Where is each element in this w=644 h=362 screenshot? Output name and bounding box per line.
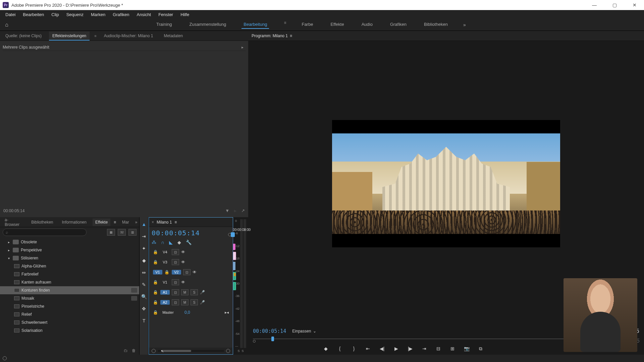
mic-icon[interactable]: 🎤: [200, 300, 205, 305]
workspace-zusammenstellung[interactable]: Zusammenstellung: [187, 20, 228, 29]
lift-button[interactable]: ⊟: [435, 346, 442, 351]
menu-datei[interactable]: Datei: [2, 11, 19, 18]
hand-tool[interactable]: 🔍: [140, 293, 148, 300]
twisty-icon[interactable]: ▾: [8, 256, 13, 260]
mic-icon[interactable]: 🎤: [200, 290, 205, 295]
eye-icon[interactable]: 👁: [181, 280, 185, 285]
mark-in-button[interactable]: {: [336, 346, 343, 351]
browser-tab-effekte[interactable]: Effekte: [93, 219, 110, 226]
razor-tool[interactable]: ◆: [140, 257, 148, 264]
eye-icon[interactable]: 👁: [181, 260, 185, 264]
track-select-tool[interactable]: ⇥: [140, 233, 148, 240]
track-header-a1[interactable]: 🔒 A1 ⊡ M S 🎤: [152, 287, 230, 297]
clip-v2[interactable]: [233, 252, 236, 260]
effects-item-pinselstriche[interactable]: Pinselstriche: [0, 302, 139, 310]
timeline-timecode[interactable]: 00:00:05:14: [152, 229, 230, 238]
settings-icon[interactable]: 🔧: [186, 240, 192, 245]
master-value[interactable]: 0,0: [184, 310, 190, 315]
workspace-effekte[interactable]: Effekte: [328, 20, 346, 29]
workspace-bearbeitung[interactable]: Bearbeitung: [241, 20, 269, 29]
step-back-button[interactable]: ◀|: [378, 346, 386, 351]
type-tool[interactable]: T: [140, 317, 148, 324]
workspace-grafiken[interactable]: Grafiken: [388, 20, 409, 29]
maximize-button[interactable]: ▢: [608, 2, 621, 8]
track-header-v1[interactable]: 🔒 V1 ⊡ 👁: [152, 277, 230, 287]
comparison-view-button[interactable]: ⧉: [477, 346, 484, 352]
effects-item-farbrelief[interactable]: Farbrelief: [0, 270, 139, 278]
program-menu-icon[interactable]: ≡: [290, 34, 292, 38]
linked-selection-icon[interactable]: ∩: [161, 240, 164, 245]
marker-add-icon[interactable]: ◣: [169, 240, 173, 245]
track-header-v2[interactable]: V1 🔒 V2 ⊡ 👁: [152, 267, 230, 277]
twisty-icon[interactable]: ▸: [8, 240, 13, 244]
step-forward-button[interactable]: |▶: [407, 346, 414, 351]
sync-lock-icon[interactable]: ⊡: [172, 259, 179, 265]
audio-clip-a2[interactable]: [233, 282, 236, 290]
lock-icon[interactable]: 🔒: [153, 290, 158, 295]
timeline-menu-icon[interactable]: ≡: [174, 220, 177, 225]
solo-left[interactable]: S: [237, 349, 239, 353]
menu-marken[interactable]: Marken: [88, 11, 109, 18]
marker-icon[interactable]: ◆: [177, 240, 181, 245]
lock-icon[interactable]: 🔒: [153, 310, 158, 315]
effects-item-alpha-glühen[interactable]: Alpha-Glühen: [0, 262, 139, 270]
fx-collapse-icon[interactable]: ▸: [241, 45, 244, 50]
pen-tool[interactable]: ✎: [140, 281, 148, 288]
filter-icon[interactable]: ▼: [225, 208, 229, 213]
sync-lock-icon[interactable]: ⊡: [172, 299, 179, 305]
source-tab-3[interactable]: Metadaten: [160, 32, 186, 40]
timeline-zoom-scrollbar[interactable]: ↖: [149, 348, 233, 354]
track-header-v4[interactable]: 🔒 V4 ⊡ 👁: [152, 247, 230, 257]
menu-hilfe[interactable]: Hilfe: [177, 11, 193, 18]
lock-icon[interactable]: 🔒: [164, 270, 170, 275]
track-header-v3[interactable]: 🔒 V3 ⊡ 👁: [152, 257, 230, 267]
source-tab-1[interactable]: Effekteinstellungen: [49, 32, 90, 40]
workspace-menu-icon[interactable]: ≡: [284, 20, 286, 29]
mute-icon[interactable]: M: [181, 299, 189, 305]
delete-icon[interactable]: 🗑: [132, 348, 136, 353]
slip-tool[interactable]: ⇔: [140, 269, 148, 276]
selection-tool[interactable]: ▲: [140, 221, 148, 228]
solo-right[interactable]: S: [241, 349, 244, 353]
go-to-in-button[interactable]: ⇤: [364, 346, 372, 351]
effects-item-mosaik[interactable]: Mosaik: [0, 294, 139, 302]
new-bin-icon[interactable]: 🗀: [124, 348, 128, 353]
lock-icon[interactable]: 🔒: [153, 300, 158, 305]
track-header-master[interactable]: 🔒 Master 0,0 ▸◂: [152, 307, 230, 317]
fit-dropdown[interactable]: Einpassen ⌄: [292, 329, 316, 334]
extract-button[interactable]: ⊞: [449, 346, 456, 351]
effects-folder-obsolete[interactable]: ▸Obsolete: [0, 238, 139, 246]
clip-milano[interactable]: Milano: [233, 262, 235, 270]
workspace-farbe[interactable]: Farbe: [300, 20, 315, 29]
preset-type-1-icon[interactable]: ▦: [107, 229, 115, 236]
browser-tab-mar[interactable]: Mar: [119, 219, 132, 226]
share-icon[interactable]: ↗: [241, 208, 245, 213]
go-to-out-button[interactable]: ⇥: [421, 346, 428, 351]
effects-search-input[interactable]: ⌕: [3, 229, 87, 236]
workspace-bibliotheken[interactable]: Bibliotheken: [422, 20, 450, 29]
scroll-thumb[interactable]: [161, 350, 191, 352]
effects-item-schwellenwert[interactable]: Schwellenwert: [0, 318, 139, 326]
ripple-edit-tool[interactable]: ✦: [140, 245, 148, 252]
menu-ansicht[interactable]: Ansicht: [133, 11, 154, 18]
playhead[interactable]: [231, 232, 235, 237]
effects-item-kanten-aufrauen[interactable]: Kanten aufrauen: [0, 278, 139, 286]
menu-bearbeiten[interactable]: Bearbeiten: [19, 11, 47, 18]
snap-icon[interactable]: ⁂: [152, 240, 156, 245]
export-frame-button[interactable]: 📷: [463, 346, 470, 351]
sync-lock-icon[interactable]: ⊡: [172, 249, 179, 255]
browser-overflow-icon[interactable]: »: [135, 220, 138, 225]
effects-item-konturen-finden[interactable]: Konturen finden: [0, 286, 139, 294]
timeline-close-icon[interactable]: ×: [152, 220, 154, 225]
step-icon[interactable]: ▹: [234, 208, 236, 213]
effects-item-solarisation[interactable]: Solarisation: [0, 326, 139, 335]
effects-folder-stilisieren[interactable]: ▾Stilisieren: [0, 254, 139, 262]
zoom-in-handle[interactable]: [226, 349, 230, 353]
panel-menu-icon[interactable]: ≡: [94, 34, 96, 38]
sync-lock-icon[interactable]: ⊡: [172, 279, 179, 285]
lock-icon[interactable]: 🔒: [153, 260, 158, 264]
menu-grafiken[interactable]: Grafiken: [109, 11, 132, 18]
close-button[interactable]: ✕: [628, 2, 641, 8]
audio-clip-a1[interactable]: [233, 272, 236, 280]
source-tab-0[interactable]: Quelle: (keine Clips): [2, 32, 45, 40]
